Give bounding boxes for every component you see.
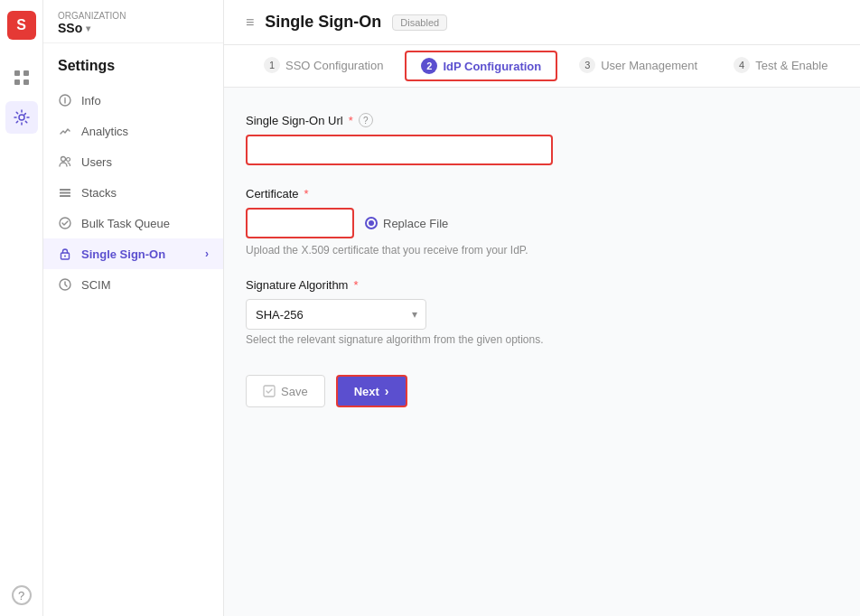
tab-user-management[interactable]: 3 User Management — [561, 45, 715, 87]
svg-rect-1 — [23, 70, 29, 76]
svg-rect-10 — [60, 195, 70, 197]
main-content: ≡ Single Sign-On Disabled 1 SSO Configur… — [224, 0, 860, 616]
icon-bar: S ? — [0, 0, 43, 616]
tab-num-4: 4 — [734, 57, 750, 73]
nav-grid[interactable] — [5, 61, 38, 94]
sidebar-item-analytics[interactable]: Analytics — [43, 116, 223, 146]
menu-icon[interactable]: ≡ — [246, 14, 254, 31]
help-icon[interactable]: ? — [12, 585, 32, 605]
tab-label-sso-config: SSO Configuration — [285, 59, 383, 72]
sidebar-item-sso[interactable]: Single Sign-On › — [43, 238, 223, 269]
bulk-task-icon — [58, 216, 72, 230]
signature-algo-group: Signature Algorithm* SHA-256 SHA-1 RSA-S… — [246, 278, 838, 346]
replace-file-label: Replace File — [383, 217, 448, 230]
sso-lock-icon — [58, 247, 72, 261]
sidebar-item-label-info: Info — [81, 94, 101, 107]
tab-num-2: 2 — [421, 58, 437, 74]
svg-point-6 — [61, 157, 66, 162]
next-button[interactable]: Next › — [336, 375, 407, 407]
status-badge: Disabled — [392, 14, 447, 31]
svg-rect-0 — [14, 70, 20, 76]
signature-algo-hint: Select the relevant signature algorithm … — [246, 333, 838, 346]
sidebar-item-label-scim: SCIM — [81, 278, 111, 292]
svg-rect-8 — [60, 189, 70, 191]
tab-sso-config[interactable]: 1 SSO Configuration — [246, 45, 401, 87]
signature-select-wrapper: SHA-256 SHA-1 RSA-SHA256 ▾ — [246, 299, 426, 330]
page-header: ≡ Single Sign-On Disabled — [224, 0, 860, 45]
tabs-bar: 1 SSO Configuration 2 IdP Configuration … — [224, 45, 860, 88]
certificate-row: Replace File — [246, 208, 838, 238]
sidebar-item-scim[interactable]: SCIM — [43, 269, 223, 300]
users-icon — [58, 154, 72, 169]
analytics-icon — [58, 124, 72, 138]
sidebar-item-label-sso: Single Sign-On — [81, 247, 165, 261]
chevron-down-icon[interactable]: ▾ — [86, 23, 90, 33]
save-button[interactable]: Save — [246, 375, 325, 407]
sidebar-item-users[interactable]: Users — [43, 146, 223, 177]
sso-url-group: Single Sign-On Url* ? — [246, 113, 838, 165]
sso-url-help-icon[interactable]: ? — [359, 113, 373, 127]
svg-point-13 — [64, 256, 66, 257]
tab-label-user-management: User Management — [601, 59, 697, 72]
stacks-icon — [58, 185, 72, 200]
svg-point-4 — [19, 115, 24, 120]
signature-algo-select[interactable]: SHA-256 SHA-1 RSA-SHA256 — [246, 299, 426, 330]
sso-url-input[interactable] — [246, 135, 553, 165]
next-label: Next — [354, 385, 379, 398]
tab-num-1: 1 — [264, 57, 280, 73]
next-arrow-icon: › — [385, 384, 389, 398]
info-icon — [58, 93, 72, 107]
svg-rect-15 — [264, 386, 275, 397]
tab-num-3: 3 — [579, 57, 595, 73]
scim-icon — [58, 277, 72, 292]
signature-algo-label: Signature Algorithm* — [246, 278, 838, 292]
org-section: Organization SSo ▾ — [43, 0, 223, 43]
sidebar-item-label-users: Users — [81, 155, 112, 169]
app-logo[interactable]: S — [7, 11, 36, 40]
sidebar: Organization SSo ▾ Settings Info Analyti… — [43, 0, 224, 616]
sidebar-item-bulk-task-queue[interactable]: Bulk Task Queue — [43, 208, 223, 238]
chevron-right-icon: › — [205, 247, 209, 260]
replace-file-button[interactable]: Replace File — [365, 217, 448, 230]
certificate-input[interactable] — [246, 208, 354, 238]
sidebar-item-label-analytics: Analytics — [81, 125, 128, 138]
sidebar-item-stacks[interactable]: Stacks — [43, 177, 223, 208]
page-title: Single Sign-On — [265, 13, 381, 32]
svg-point-11 — [60, 218, 70, 229]
nav-settings[interactable] — [5, 101, 38, 134]
svg-point-7 — [67, 158, 70, 162]
certificate-hint: Upload the X.509 certificate that you re… — [246, 244, 838, 257]
radio-icon — [365, 217, 378, 229]
sidebar-item-label-stacks: Stacks — [81, 186, 117, 200]
tab-label-idp-config: IdP Configuration — [443, 60, 541, 73]
svg-rect-2 — [14, 79, 20, 85]
tab-idp-config[interactable]: 2 IdP Configuration — [405, 51, 557, 81]
org-name: SSo ▾ — [58, 21, 209, 35]
tab-test-enable[interactable]: 4 Test & Enable — [715, 45, 846, 87]
save-label: Save — [281, 385, 308, 398]
sidebar-nav: Info Analytics Users Stacks — [43, 81, 223, 616]
sidebar-title: Settings — [43, 43, 223, 81]
certificate-label: Certificate* — [246, 187, 838, 201]
sso-url-label: Single Sign-On Url* ? — [246, 113, 838, 127]
certificate-group: Certificate* Replace File Upload the X.5… — [246, 187, 838, 257]
svg-rect-9 — [60, 192, 70, 194]
sidebar-item-label-bulk: Bulk Task Queue — [81, 217, 170, 230]
tab-label-test-enable: Test & Enable — [755, 59, 827, 72]
button-row: Save Next › — [246, 375, 838, 407]
sidebar-item-info[interactable]: Info — [43, 85, 223, 116]
form-content: Single Sign-On Url* ? Certificate* Repla… — [224, 88, 860, 616]
help-bottom[interactable]: ? — [0, 574, 46, 616]
org-label: Organization — [58, 11, 209, 21]
svg-rect-3 — [23, 79, 29, 85]
